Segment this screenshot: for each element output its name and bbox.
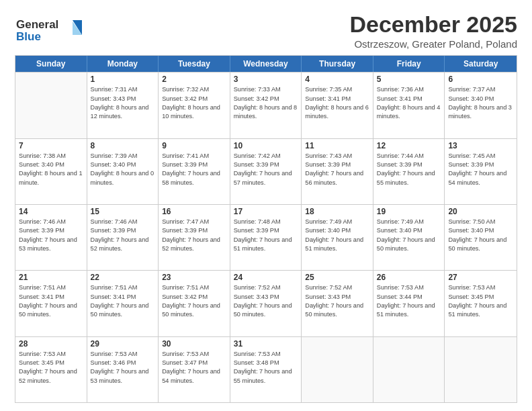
day-number: 14 <box>19 207 83 216</box>
cell-info-line: Sunrise: 7:51 AM <box>91 283 155 292</box>
cell-info-line: Sunset: 3:45 PM <box>19 359 83 367</box>
calendar-row: 14Sunrise: 7:46 AMSunset: 3:39 PMDayligh… <box>15 204 517 270</box>
day-number: 25 <box>305 273 369 282</box>
calendar-cell: 10Sunrise: 7:42 AMSunset: 3:39 PMDayligh… <box>230 139 302 204</box>
calendar-cell: 19Sunrise: 7:49 AMSunset: 3:40 PMDayligh… <box>373 205 445 270</box>
cell-info-line: Sunset: 3:39 PM <box>377 161 441 169</box>
cell-info-line: Sunrise: 7:36 AM <box>377 85 441 94</box>
weekday-header: Friday <box>373 56 445 72</box>
cell-info-line: Daylight: 7 hours and 51 minutes. <box>234 236 298 254</box>
cell-info-line: Daylight: 7 hours and 50 minutes. <box>448 236 513 254</box>
calendar-cell: 30Sunrise: 7:53 AMSunset: 3:47 PMDayligh… <box>159 337 230 402</box>
cell-info-line: Daylight: 7 hours and 54 minutes. <box>162 367 226 385</box>
calendar-cell <box>15 73 87 138</box>
cell-info-line: Daylight: 8 hours and 4 minutes. <box>377 103 441 122</box>
weekday-header: Thursday <box>302 56 373 72</box>
cell-info-line: Daylight: 7 hours and 52 minutes. <box>162 236 226 254</box>
day-number: 5 <box>377 75 441 84</box>
cell-info-line: Sunset: 3:39 PM <box>234 226 298 235</box>
day-number: 17 <box>234 207 298 216</box>
cell-info-line: Sunset: 3:41 PM <box>305 95 369 103</box>
calendar-cell <box>445 337 517 402</box>
calendar-cell: 26Sunrise: 7:53 AMSunset: 3:44 PMDayligh… <box>373 271 445 336</box>
cell-info-line: Daylight: 7 hours and 50 minutes. <box>234 302 298 320</box>
cell-info-line: Daylight: 7 hours and 51 minutes. <box>448 302 513 320</box>
calendar-cell: 6Sunrise: 7:37 AMSunset: 3:40 PMDaylight… <box>445 73 517 138</box>
day-number: 11 <box>305 141 369 150</box>
cell-info-line: Sunrise: 7:50 AM <box>448 218 513 226</box>
cell-info-line: Sunset: 3:41 PM <box>19 293 83 302</box>
cell-info-line: Sunrise: 7:42 AM <box>234 152 298 161</box>
cell-info-line: Sunrise: 7:47 AM <box>162 218 226 226</box>
day-number: 31 <box>234 339 298 349</box>
calendar-cell <box>373 337 445 402</box>
cell-info-line: Daylight: 7 hours and 50 minutes. <box>162 302 226 320</box>
day-number: 23 <box>162 273 226 282</box>
cell-info-line: Daylight: 7 hours and 57 minutes. <box>234 169 298 187</box>
day-number: 30 <box>162 339 226 349</box>
day-number: 15 <box>91 207 155 216</box>
day-number: 8 <box>91 141 155 150</box>
cell-info-line: Sunrise: 7:53 AM <box>19 350 83 359</box>
cell-info-line: Daylight: 7 hours and 50 minutes. <box>19 302 83 320</box>
cell-info-line: Sunrise: 7:38 AM <box>19 152 83 161</box>
cell-info-line: Daylight: 7 hours and 51 minutes. <box>377 302 441 320</box>
cell-info-line: Sunset: 3:42 PM <box>162 95 226 103</box>
cell-info-line: Sunset: 3:39 PM <box>448 161 513 169</box>
day-number: 28 <box>19 339 83 349</box>
cell-info-line: Sunrise: 7:39 AM <box>91 152 155 161</box>
day-number: 20 <box>448 207 513 216</box>
cell-info-line: Sunset: 3:43 PM <box>234 293 298 302</box>
cell-info-line: Daylight: 7 hours and 55 minutes. <box>234 367 298 385</box>
calendar-cell: 9Sunrise: 7:41 AMSunset: 3:39 PMDaylight… <box>159 139 230 204</box>
calendar: SundayMondayTuesdayWednesdayThursdayFrid… <box>15 55 517 403</box>
cell-info-line: Daylight: 7 hours and 53 minutes. <box>91 367 155 385</box>
cell-info-line: Daylight: 8 hours and 3 minutes. <box>448 103 513 122</box>
calendar-cell: 29Sunrise: 7:53 AMSunset: 3:46 PMDayligh… <box>87 337 159 402</box>
cell-info-line: Daylight: 7 hours and 52 minutes. <box>91 236 155 254</box>
cell-info-line: Sunset: 3:42 PM <box>162 293 226 302</box>
cell-info-line: Sunset: 3:40 PM <box>448 95 513 103</box>
cell-info-line: Sunrise: 7:49 AM <box>377 218 441 226</box>
calendar-cell: 5Sunrise: 7:36 AMSunset: 3:41 PMDaylight… <box>373 73 445 138</box>
cell-info-line: Sunset: 3:43 PM <box>91 95 155 103</box>
day-number: 7 <box>19 141 83 150</box>
day-number: 4 <box>305 75 369 84</box>
cell-info-line: Sunrise: 7:52 AM <box>234 283 298 292</box>
header: General Blue December 2025 Ostrzeszow, G… <box>15 12 517 50</box>
cell-info-line: Sunset: 3:40 PM <box>305 226 369 235</box>
calendar-cell: 24Sunrise: 7:52 AMSunset: 3:43 PMDayligh… <box>230 271 302 336</box>
cell-info-line: Sunset: 3:39 PM <box>19 226 83 235</box>
cell-info-line: Daylight: 7 hours and 55 minutes. <box>377 169 441 187</box>
calendar-cell: 4Sunrise: 7:35 AMSunset: 3:41 PMDaylight… <box>302 73 373 138</box>
svg-text:Blue: Blue <box>16 30 41 43</box>
svg-text:General: General <box>16 18 58 31</box>
weekday-header: Monday <box>87 56 159 72</box>
calendar-cell: 20Sunrise: 7:50 AMSunset: 3:40 PMDayligh… <box>445 205 517 270</box>
cell-info-line: Daylight: 8 hours and 0 minutes. <box>91 169 155 187</box>
cell-info-line: Daylight: 8 hours and 1 minute. <box>19 169 83 187</box>
cell-info-line: Sunset: 3:39 PM <box>234 161 298 169</box>
cell-info-line: Sunset: 3:47 PM <box>162 359 226 367</box>
calendar-cell: 22Sunrise: 7:51 AMSunset: 3:41 PMDayligh… <box>87 271 159 336</box>
cell-info-line: Sunrise: 7:41 AM <box>162 152 226 161</box>
calendar-cell: 28Sunrise: 7:53 AMSunset: 3:45 PMDayligh… <box>15 337 87 402</box>
cell-info-line: Sunrise: 7:53 AM <box>162 350 226 359</box>
calendar-header: SundayMondayTuesdayWednesdayThursdayFrid… <box>15 56 517 72</box>
cell-info-line: Sunrise: 7:51 AM <box>162 283 226 292</box>
cell-info-line: Daylight: 7 hours and 50 minutes. <box>305 302 369 320</box>
cell-info-line: Sunrise: 7:53 AM <box>234 350 298 359</box>
calendar-cell: 27Sunrise: 7:53 AMSunset: 3:45 PMDayligh… <box>445 271 517 336</box>
calendar-cell: 14Sunrise: 7:46 AMSunset: 3:39 PMDayligh… <box>15 205 87 270</box>
cell-info-line: Sunset: 3:39 PM <box>91 226 155 235</box>
cell-info-line: Daylight: 7 hours and 58 minutes. <box>162 169 226 187</box>
weekday-header: Saturday <box>445 56 517 72</box>
cell-info-line: Sunrise: 7:53 AM <box>448 283 513 292</box>
cell-info-line: Daylight: 7 hours and 51 minutes. <box>305 236 369 254</box>
day-number: 22 <box>91 273 155 282</box>
calendar-cell: 2Sunrise: 7:32 AMSunset: 3:42 PMDaylight… <box>159 73 230 138</box>
cell-info-line: Sunrise: 7:44 AM <box>377 152 441 161</box>
cell-info-line: Sunrise: 7:43 AM <box>305 152 369 161</box>
main-title: December 2025 <box>349 12 517 37</box>
cell-info-line: Daylight: 8 hours and 10 minutes. <box>162 103 226 122</box>
